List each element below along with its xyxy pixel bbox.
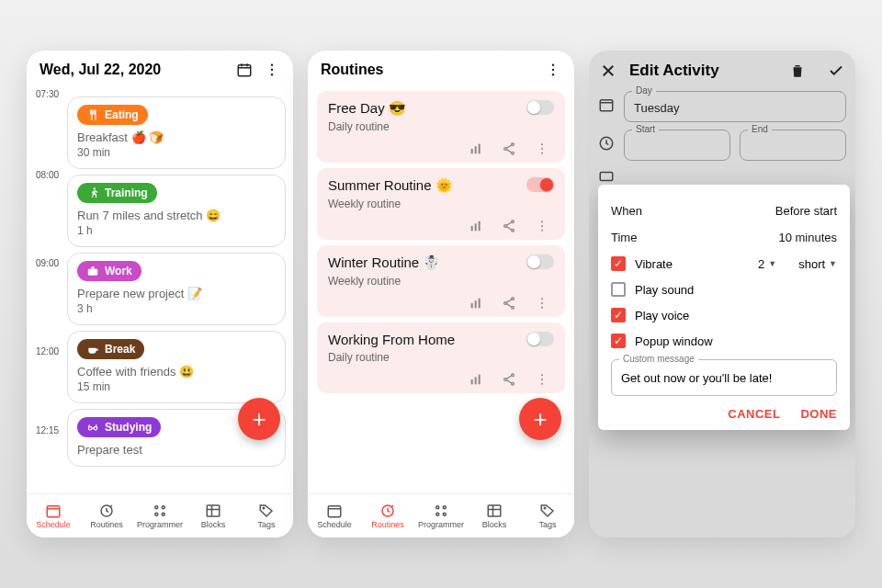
more-icon[interactable] [534, 295, 550, 311]
day-field[interactable]: Day Tuesday [624, 91, 846, 122]
svg-rect-63 [600, 100, 613, 111]
svg-point-17 [552, 69, 554, 71]
play-voice-checkbox[interactable] [611, 308, 626, 322]
routine-switch[interactable] [526, 100, 554, 115]
nav-programmer[interactable]: Programmer [133, 494, 187, 537]
card-duration: 30 min [77, 146, 276, 159]
edit-title: Edit Activity [629, 62, 776, 80]
svg-point-43 [541, 298, 543, 300]
nav-label: Routines [90, 520, 123, 529]
routine-title: Winter Routine ☃️ [328, 254, 440, 271]
blocks-icon [486, 503, 503, 519]
more-icon[interactable] [534, 218, 550, 234]
chevron-down-icon: ▼ [768, 259, 776, 268]
schedule-card[interactable]: Eating Breakfast 🍎 🍞 30 min [67, 96, 286, 169]
activity-chip: Training [77, 183, 157, 203]
schedule-card[interactable]: Break Coffee with friends 😃 15 min [67, 331, 286, 403]
vibrate-checkbox[interactable] [611, 256, 626, 271]
nav-tags[interactable]: Tags [521, 494, 574, 537]
confirm-icon[interactable] [828, 62, 844, 79]
nav-label: Tags [538, 520, 556, 529]
schedule-card[interactable]: Work Prepare new project 📝 3 h [67, 253, 286, 325]
field-label: Custom message [619, 354, 698, 364]
close-icon[interactable] [600, 62, 616, 79]
nav-blocks[interactable]: Blocks [468, 494, 521, 537]
stats-icon[interactable] [468, 295, 484, 311]
nav-tags[interactable]: Tags [240, 494, 293, 537]
clock-icon [598, 135, 615, 155]
svg-point-51 [512, 382, 514, 385]
more-icon[interactable] [534, 141, 550, 157]
checkbox-label: Vibrate [635, 257, 673, 271]
vibrate-count-dropdown[interactable]: 2▼ [758, 257, 776, 271]
svg-point-58 [443, 506, 446, 509]
svg-rect-14 [207, 505, 220, 516]
routine-card[interactable]: Summer Routine 🌞 Weekly routine [317, 168, 565, 240]
routine-subtitle: Weekly routine [328, 198, 453, 210]
routines-appbar: Routines [308, 51, 574, 85]
stats-icon[interactable] [468, 218, 484, 234]
share-icon[interactable] [501, 218, 517, 234]
end-field[interactable]: End [740, 130, 846, 161]
popup-window-row: Popup window [611, 328, 837, 354]
coffee-icon [86, 343, 99, 356]
more-icon[interactable] [545, 62, 561, 78]
popup-window-checkbox[interactable] [611, 334, 626, 348]
when-row[interactable]: When Before start [611, 198, 837, 224]
svg-rect-47 [475, 377, 477, 384]
custom-message-field[interactable]: Custom message Get out now or you'll be … [611, 359, 837, 396]
svg-rect-21 [479, 144, 481, 154]
schedule-card[interactable]: Training Run 7 miles and stretch 😄 1 h [67, 175, 286, 247]
share-icon[interactable] [501, 141, 517, 157]
tag-icon [258, 503, 275, 519]
routine-card[interactable]: Working From Home Daily routine [317, 322, 565, 393]
nav-schedule[interactable]: Schedule [308, 494, 361, 537]
svg-rect-28 [471, 226, 473, 231]
schedule-appbar: Wed, Jul 22, 2020 [27, 51, 293, 85]
svg-point-32 [504, 225, 507, 228]
bottom-nav: Schedule Routines Programmer Blocks Tags [27, 493, 293, 537]
svg-rect-20 [475, 146, 477, 153]
edit-body: Day Tuesday Start End Be [589, 91, 855, 299]
routine-card[interactable]: Free Day 😎 Daily routine [317, 91, 565, 163]
vibrate-length-dropdown[interactable]: short▼ [798, 257, 837, 271]
nav-routines[interactable]: Routines [361, 494, 414, 537]
svg-point-12 [155, 513, 158, 515]
share-icon[interactable] [501, 371, 517, 388]
card-duration: 15 min [77, 380, 276, 393]
routine-switch[interactable] [526, 332, 554, 346]
stats-icon[interactable] [468, 371, 484, 388]
done-button[interactable]: DONE [800, 407, 837, 421]
delete-icon[interactable] [789, 62, 806, 79]
chip-label: Work [105, 265, 132, 277]
stats-icon[interactable] [468, 141, 484, 157]
calendar-icon[interactable] [236, 62, 253, 78]
start-field[interactable]: Start [624, 130, 730, 161]
card-description: Run 7 miles and stretch 😄 [77, 209, 276, 222]
nav-programmer[interactable]: Programmer [414, 494, 468, 537]
routine-title: Summer Routine 🌞 [328, 177, 453, 194]
play-sound-checkbox[interactable] [611, 282, 626, 297]
nav-routines[interactable]: Routines [80, 494, 133, 537]
svg-point-1 [271, 64, 273, 66]
more-icon[interactable] [534, 371, 550, 388]
add-fab[interactable]: + [238, 398, 280, 440]
routine-switch[interactable] [526, 254, 554, 269]
row-value: 10 minutes [778, 231, 837, 244]
add-fab[interactable]: + [519, 398, 561, 440]
svg-point-60 [443, 513, 446, 515]
routine-title: Working From Home [328, 332, 455, 347]
time-row[interactable]: Time 10 minutes [611, 224, 837, 251]
nav-blocks[interactable]: Blocks [187, 494, 240, 537]
routine-card[interactable]: Winter Routine ☃️ Weekly routine [317, 245, 565, 317]
nav-schedule[interactable]: Schedule [27, 494, 80, 537]
chip-label: Eating [105, 108, 139, 121]
share-icon[interactable] [501, 295, 517, 311]
cancel-button[interactable]: CANCEL [728, 407, 780, 421]
edit-appbar: Edit Activity [589, 51, 855, 91]
time-label: 09:00 [36, 258, 59, 268]
dialog-actions: CANCEL DONE [611, 407, 837, 421]
routine-switch[interactable] [526, 177, 554, 192]
svg-point-42 [512, 306, 514, 309]
more-icon[interactable] [264, 62, 280, 78]
